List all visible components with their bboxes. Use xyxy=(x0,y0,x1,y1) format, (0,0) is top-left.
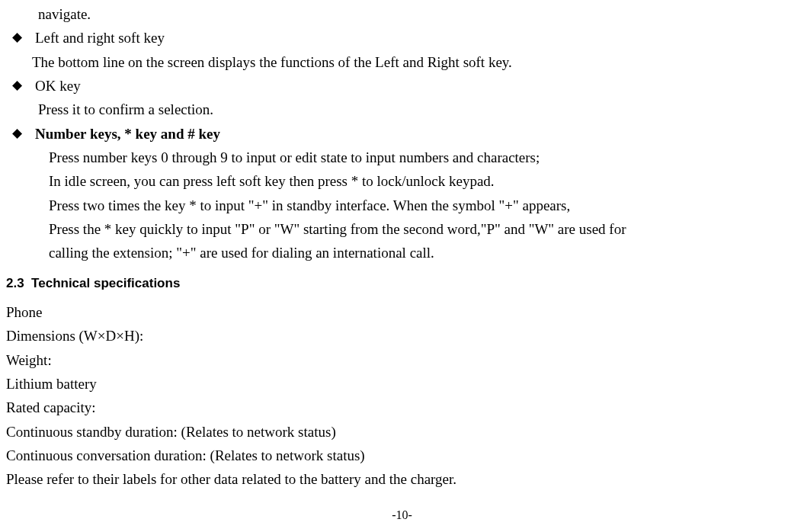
text: Dimensions (W×D×H): xyxy=(6,328,143,344)
navigate-line: navigate. xyxy=(6,2,798,26)
spec-conversation: Continuous conversation duration: (Relat… xyxy=(6,444,798,467)
diamond-icon: ◆ xyxy=(12,122,35,146)
diamond-icon: ◆ xyxy=(12,74,35,98)
left-right-desc: The bottom line on the screen displays t… xyxy=(6,50,798,74)
spec-refer: Please refer to their labels for other d… xyxy=(6,467,798,491)
num-desc-2: In idle screen, you can press left soft … xyxy=(6,169,798,193)
text: The bottom line on the screen displays t… xyxy=(32,54,512,70)
text: Press two times the key * to input "+" i… xyxy=(49,197,570,213)
bullet-left-right-soft-key: ◆ Left and right soft key xyxy=(6,26,798,50)
text: -10- xyxy=(392,508,412,521)
bullet-label: OK key xyxy=(35,74,798,98)
num-desc-5: calling the extension; "+" are used for … xyxy=(6,241,798,264)
spec-standby: Continuous standby duration: (Relates to… xyxy=(6,420,798,444)
page-number: -10- xyxy=(6,505,798,525)
text: Press the * key quickly to input "P" or … xyxy=(49,221,626,237)
text: Press it to confirm a selection. xyxy=(38,101,213,117)
bullet-label: Left and right soft key xyxy=(35,26,798,50)
spec-phone: Phone xyxy=(6,300,798,324)
spec-dimensions: Dimensions (W×D×H): xyxy=(6,324,798,348)
ok-key-desc: Press it to confirm a selection. xyxy=(6,98,798,121)
text: Please refer to their labels for other d… xyxy=(6,471,456,487)
text: Phone xyxy=(6,304,43,320)
text: Lithium battery xyxy=(6,376,97,392)
spec-weight: Weight: xyxy=(6,348,798,372)
text: Weight: xyxy=(6,352,52,368)
bullet-ok-key: ◆ OK key xyxy=(6,74,798,98)
text: Continuous standby duration: (Relates to… xyxy=(6,424,336,440)
diamond-icon: ◆ xyxy=(12,26,35,50)
text: Press number keys 0 through 9 to input o… xyxy=(49,149,540,165)
bullet-label: Number keys, * key and # key xyxy=(35,122,798,146)
num-desc-1: Press number keys 0 through 9 to input o… xyxy=(6,146,798,169)
text: navigate. xyxy=(38,6,91,22)
text: In idle screen, you can press left soft … xyxy=(49,173,495,189)
bullet-number-keys: ◆ Number keys, * key and # key xyxy=(6,122,798,146)
text: Rated capacity: xyxy=(6,399,96,415)
num-desc-4: Press the * key quickly to input "P" or … xyxy=(6,217,798,241)
section-heading: 2.3 Technical specifications xyxy=(6,273,798,294)
spec-lithium: Lithium battery xyxy=(6,372,798,396)
text: calling the extension; "+" are used for … xyxy=(49,245,434,261)
section-number: 2.3 xyxy=(6,276,24,290)
section-title: Technical specifications xyxy=(31,276,180,290)
text: Continuous conversation duration: (Relat… xyxy=(6,447,365,463)
spec-rated: Rated capacity: xyxy=(6,396,798,419)
num-desc-3: Press two times the key * to input "+" i… xyxy=(6,194,798,217)
